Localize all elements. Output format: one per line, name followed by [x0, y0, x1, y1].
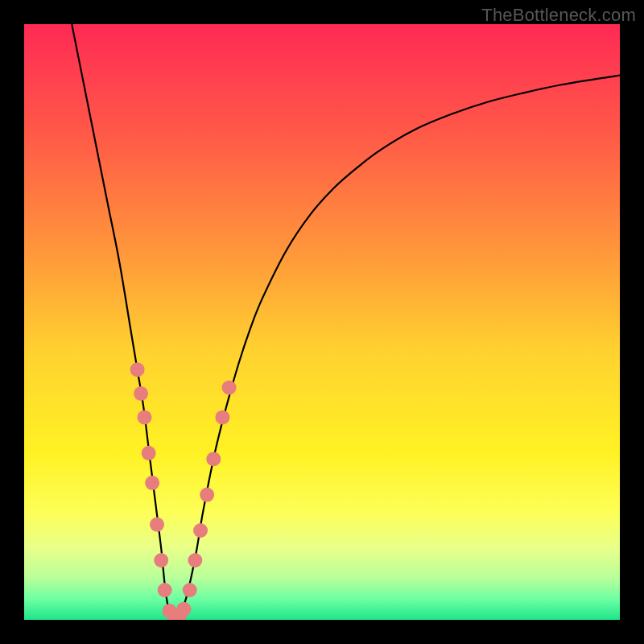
marker-dot [145, 476, 159, 490]
marker-dot [193, 523, 208, 538]
marker-dot [206, 452, 221, 466]
marker-dot [183, 583, 197, 597]
marker-dot [150, 518, 164, 532]
gradient-background [24, 24, 620, 620]
marker-dot [188, 553, 202, 568]
marker-dot [222, 380, 237, 394]
marker-dot [130, 362, 145, 377]
marker-dot [158, 583, 172, 597]
watermark-text: TheBottleneck.com [481, 5, 636, 26]
marker-dot [134, 386, 148, 401]
marker-dot [137, 410, 151, 424]
marker-dot [200, 488, 214, 502]
plot-area [24, 24, 620, 620]
marker-dot [215, 410, 229, 424]
marker-dot [142, 446, 156, 460]
chart-svg [24, 24, 620, 620]
marker-dot [176, 602, 191, 617]
chart-frame: TheBottleneck.com [0, 0, 644, 644]
marker-dot [154, 553, 168, 568]
